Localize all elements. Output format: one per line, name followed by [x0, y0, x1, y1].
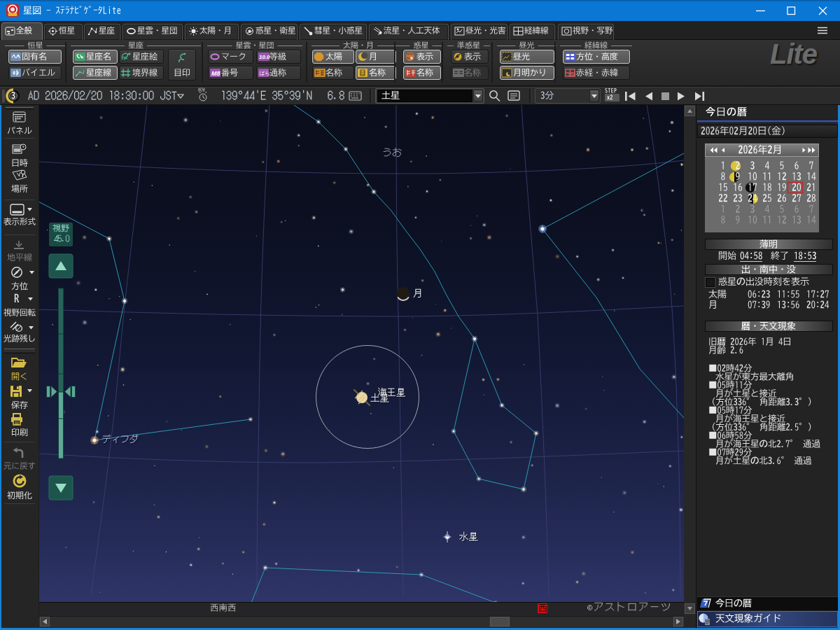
- svg-text:M8: M8: [211, 70, 220, 77]
- svg-text:10.0: 10.0: [259, 54, 270, 60]
- svg-text:2000: 2000: [568, 73, 575, 77]
- svg-text:ばら: ばら: [260, 70, 270, 76]
